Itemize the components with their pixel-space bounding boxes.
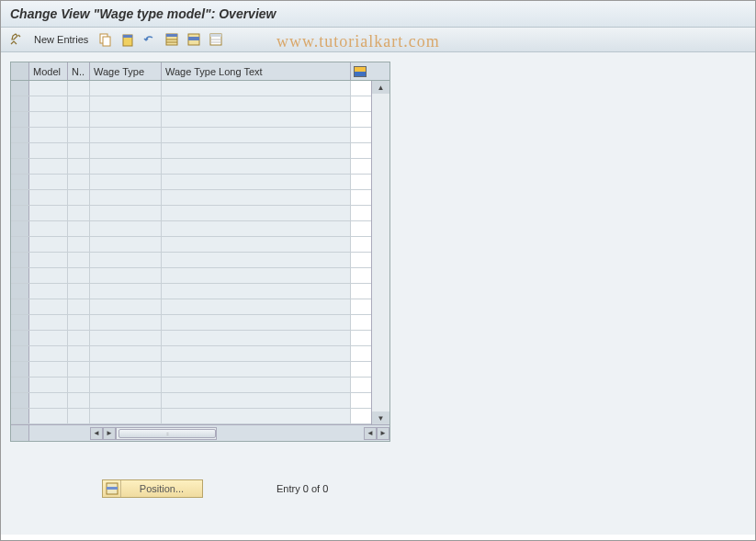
table-row[interactable] <box>11 393 371 409</box>
cell-wage-type[interactable] <box>90 175 162 189</box>
row-selector[interactable] <box>11 284 29 299</box>
cell-wage-long[interactable] <box>162 268 351 283</box>
horizontal-scroll-thumb[interactable]: ::: <box>118 429 216 438</box>
cell-n[interactable] <box>68 299 90 314</box>
cell-wage-long[interactable] <box>162 378 351 392</box>
row-selector[interactable] <box>11 175 29 189</box>
delete-icon[interactable] <box>119 31 136 48</box>
cell-n[interactable] <box>68 237 90 252</box>
horizontal-scroll-track[interactable]: ::: <box>116 427 217 440</box>
cell-model[interactable] <box>29 299 68 314</box>
cell-wage-type[interactable] <box>90 128 162 142</box>
table-row[interactable] <box>11 284 371 299</box>
cell-n[interactable] <box>68 284 90 299</box>
cell-model[interactable] <box>29 143 68 158</box>
cell-wage-type[interactable] <box>90 96 162 111</box>
cell-model[interactable] <box>29 378 68 392</box>
cell-n[interactable] <box>68 268 90 283</box>
cell-wage-long[interactable] <box>162 128 351 142</box>
scroll-right-step-button[interactable]: ► <box>103 427 116 440</box>
cell-wage-long[interactable] <box>162 284 351 299</box>
cell-wage-type[interactable] <box>90 159 162 174</box>
cell-wage-type[interactable] <box>90 346 162 361</box>
cell-wage-long[interactable] <box>162 81 351 96</box>
cell-wage-type[interactable] <box>90 112 162 127</box>
scroll-down-button[interactable]: ▼ <box>372 411 389 424</box>
cell-wage-type[interactable] <box>90 409 162 423</box>
cell-wage-long[interactable] <box>162 175 351 189</box>
row-selector[interactable] <box>11 362 29 377</box>
select-all-column[interactable] <box>11 62 29 80</box>
cell-n[interactable] <box>68 362 90 377</box>
new-entries-button[interactable]: New Entries <box>30 32 92 47</box>
row-selector[interactable] <box>11 393 29 408</box>
row-selector[interactable] <box>11 237 29 252</box>
table-row[interactable] <box>11 112 371 128</box>
cell-n[interactable] <box>68 206 90 220</box>
table-row[interactable] <box>11 190 371 206</box>
table-row[interactable] <box>11 253 371 268</box>
row-selector[interactable] <box>11 346 29 361</box>
table-row[interactable] <box>11 81 371 96</box>
cell-wage-long[interactable] <box>162 362 351 377</box>
table-config-button[interactable] <box>351 62 369 80</box>
cell-n[interactable] <box>68 409 90 423</box>
position-button[interactable]: Position... <box>102 479 203 498</box>
cell-wage-long[interactable] <box>162 112 351 127</box>
table-row[interactable] <box>11 206 371 221</box>
cell-n[interactable] <box>68 143 90 158</box>
cell-model[interactable] <box>29 112 68 127</box>
table-row[interactable] <box>11 362 371 378</box>
table-row[interactable] <box>11 143 371 159</box>
cell-wage-type[interactable] <box>90 253 162 267</box>
row-selector[interactable] <box>11 299 29 314</box>
cell-model[interactable] <box>29 253 68 267</box>
scroll-track[interactable] <box>372 94 389 411</box>
table-row[interactable] <box>11 409 371 424</box>
cell-n[interactable] <box>68 159 90 174</box>
row-selector[interactable] <box>11 268 29 283</box>
scroll-up-button[interactable]: ▲ <box>372 81 389 94</box>
cell-wage-type[interactable] <box>90 393 162 408</box>
cell-model[interactable] <box>29 346 68 361</box>
table-row[interactable] <box>11 175 371 190</box>
cell-wage-type[interactable] <box>90 299 162 314</box>
undo-icon[interactable] <box>141 31 158 48</box>
cell-n[interactable] <box>68 331 90 345</box>
cell-wage-type[interactable] <box>90 331 162 345</box>
row-selector[interactable] <box>11 331 29 345</box>
cell-wage-long[interactable] <box>162 315 351 330</box>
cell-n[interactable] <box>68 190 90 205</box>
cell-model[interactable] <box>29 190 68 205</box>
cell-wage-type[interactable] <box>90 237 162 252</box>
cell-n[interactable] <box>68 81 90 96</box>
cell-model[interactable] <box>29 284 68 299</box>
row-selector[interactable] <box>11 221 29 236</box>
cell-wage-long[interactable] <box>162 331 351 345</box>
cell-model[interactable] <box>29 96 68 111</box>
cell-model[interactable] <box>29 393 68 408</box>
table-row[interactable] <box>11 96 371 112</box>
table-row[interactable] <box>11 268 371 284</box>
cell-wage-type[interactable] <box>90 206 162 220</box>
cell-n[interactable] <box>68 96 90 111</box>
column-header-model[interactable]: Model <box>29 62 68 80</box>
column-header-wage-long[interactable]: Wage Type Long Text <box>162 62 351 80</box>
row-selector[interactable] <box>11 81 29 96</box>
cell-wage-type[interactable] <box>90 378 162 392</box>
vertical-scrollbar[interactable]: ▲ ▼ <box>371 81 389 424</box>
cell-n[interactable] <box>68 378 90 392</box>
row-selector[interactable] <box>11 315 29 330</box>
cell-wage-long[interactable] <box>162 96 351 111</box>
cell-n[interactable] <box>68 346 90 361</box>
scroll-left-end-button[interactable]: ◄ <box>364 427 377 440</box>
cell-model[interactable] <box>29 159 68 174</box>
cell-model[interactable] <box>29 331 68 345</box>
cell-wage-type[interactable] <box>90 221 162 236</box>
table-row[interactable] <box>11 378 371 393</box>
cell-model[interactable] <box>29 362 68 377</box>
cell-wage-long[interactable] <box>162 393 351 408</box>
select-block-icon[interactable] <box>186 31 202 48</box>
cell-wage-long[interactable] <box>162 253 351 267</box>
cell-model[interactable] <box>29 128 68 142</box>
